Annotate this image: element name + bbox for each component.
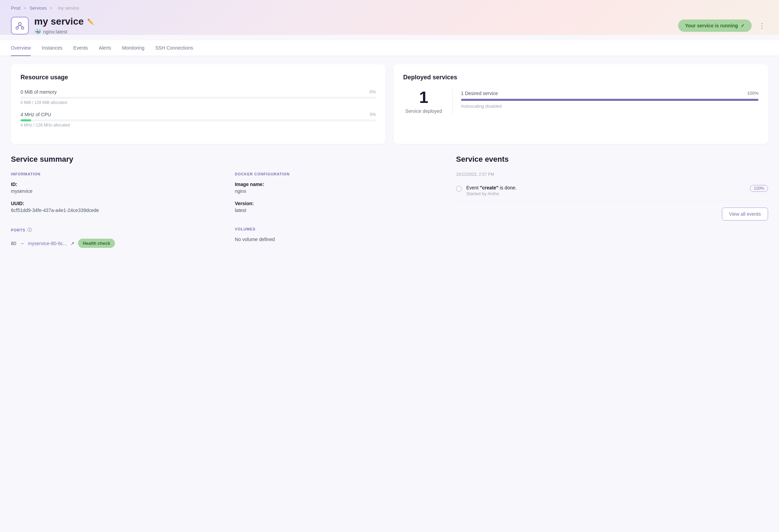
desired-progress-bar	[461, 99, 758, 101]
check-icon: ✓	[741, 23, 745, 28]
docker-label: DOCKER CONFIGURATION	[235, 172, 448, 176]
image-value: nginx	[235, 188, 448, 194]
svg-point-0	[18, 23, 21, 25]
cpu-progress-bar	[21, 119, 376, 121]
memory-pct: 0%	[369, 89, 376, 95]
breadcrumb: Prod > Services > my service	[11, 5, 768, 11]
service-subtitle: 🐳 nginx:latest	[34, 28, 94, 35]
port-link[interactable]: myservice-80-6c...	[28, 241, 67, 246]
summary-grid: INFORMATION ID: myservice UUID: 6cf51dd9…	[11, 172, 448, 248]
service-icon	[11, 17, 29, 35]
deployed-number: 1	[403, 89, 444, 106]
version-value: latest	[235, 208, 448, 213]
event-dot-icon	[456, 186, 462, 192]
event-title: Event "create" is done.	[466, 185, 746, 190]
ports-row: 80 → myservice-80-6c... ↗ Health check	[11, 239, 224, 248]
running-badge: Your service is running ✓	[678, 19, 752, 32]
memory-label: 0 MiB of memory	[21, 89, 57, 95]
service-summary-section: Service summary INFORMATION ID: myservic…	[11, 155, 448, 248]
id-label: ID:	[11, 182, 224, 187]
main-content: Resource usage 0 MiB of memory 0% 0 MiB …	[0, 56, 779, 532]
cpu-sub: 4 MHz / 128 MHz allocated	[21, 123, 376, 128]
svg-line-4	[20, 25, 23, 27]
tab-overview[interactable]: Overview	[11, 40, 31, 56]
ports-label: PORTS ⓘ	[11, 227, 224, 233]
memory-sub: 0 MiB / 128 MiB allocated	[21, 100, 376, 105]
breadcrumb-sep2: >	[50, 5, 53, 11]
service-summary-title: Service summary	[11, 155, 448, 164]
svg-point-1	[16, 27, 18, 29]
tab-ssh-connections[interactable]: SSH Connections	[155, 40, 193, 56]
uuid-field: UUID: 6cf51dd9-34fe-437a-a4e1-24ce339dce…	[11, 201, 224, 213]
top-row: Resource usage 0 MiB of memory 0% 0 MiB …	[11, 64, 768, 144]
svg-line-3	[17, 25, 20, 27]
cpu-progress-fill	[21, 119, 31, 121]
service-header-left: my service ✏️ 🐳 nginx:latest	[11, 16, 94, 35]
breadcrumb-sep1: >	[24, 5, 26, 11]
event-sub: Started by Antho	[466, 191, 746, 196]
service-image: nginx:latest	[43, 29, 67, 35]
uuid-label: UUID:	[11, 201, 224, 206]
event-action: "create"	[480, 185, 499, 190]
deployed-services-card: Deployed services 1 Service deployed 1 D…	[394, 64, 768, 144]
deployed-detail-section: 1 Desired service 100% Autoscaling disab…	[461, 89, 758, 109]
event-text-after: is done.	[499, 185, 517, 190]
autoscaling-text: Autoscaling disabled	[461, 104, 758, 109]
breadcrumb-services[interactable]: Services	[29, 5, 47, 11]
resource-usage-card: Resource usage 0 MiB of memory 0% 0 MiB …	[11, 64, 385, 144]
deployed-services-title: Deployed services	[403, 74, 758, 81]
service-title-group: my service ✏️ 🐳 nginx:latest	[34, 16, 94, 35]
cpu-label: 4 MHz of CPU	[21, 112, 51, 117]
edit-icon[interactable]: ✏️	[87, 18, 94, 25]
summary-docker-col: DOCKER CONFIGURATION Image name: nginx V…	[235, 172, 448, 248]
nav-tabs: Overview Instances Events Alerts Monitor…	[0, 40, 779, 56]
version-field: Version: latest	[235, 201, 448, 213]
deployed-services-inner: 1 Service deployed 1 Desired service 100…	[403, 89, 758, 114]
desired-progress-fill	[461, 99, 758, 101]
event-badge: 100%	[750, 185, 768, 192]
tab-alerts[interactable]: Alerts	[99, 40, 111, 56]
volumes-label: VOLUMES	[235, 227, 448, 231]
service-events-title: Service events	[456, 155, 768, 164]
view-all-events-container: View all events	[456, 208, 768, 221]
port-arrow: →	[20, 241, 25, 246]
cpu-header: 4 MHz of CPU 3%	[21, 112, 376, 117]
breadcrumb-prod[interactable]: Prod	[11, 5, 20, 11]
service-events-section: Service events 10/12/2023, 2:57 PM Event…	[456, 155, 768, 248]
more-options-button[interactable]: ⋮	[756, 19, 768, 32]
svg-point-2	[22, 27, 24, 29]
id-field: ID: myservice	[11, 182, 224, 194]
tab-monitoring[interactable]: Monitoring	[122, 40, 144, 56]
desired-label: 1 Desired service	[461, 91, 498, 96]
service-header: my service ✏️ 🐳 nginx:latest Your servic…	[11, 16, 768, 35]
event-item: Event "create" is done. Started by Antho…	[456, 181, 768, 201]
ports-info-icon[interactable]: ⓘ	[27, 227, 32, 233]
deployed-count-label: Service deployed	[403, 108, 444, 114]
event-timestamp: 10/12/2023, 2:57 PM	[456, 172, 768, 177]
version-label: Version:	[235, 201, 448, 206]
running-text: Your service is running	[685, 23, 738, 28]
id-value: myservice	[11, 188, 224, 194]
deployed-count-section: 1 Service deployed	[403, 89, 444, 114]
information-label: INFORMATION	[11, 172, 224, 176]
cpu-resource: 4 MHz of CPU 3% 4 MHz / 128 MHz allocate…	[21, 112, 376, 128]
image-label: Image name:	[235, 182, 448, 187]
service-header-right: Your service is running ✓ ⋮	[678, 19, 768, 32]
event-text-before: Event	[466, 185, 480, 190]
no-volume: No volume defined	[235, 237, 448, 242]
image-field: Image name: nginx	[235, 182, 448, 194]
volumes-col: VOLUMES No volume defined	[235, 220, 448, 242]
cpu-pct: 3%	[369, 112, 376, 117]
memory-progress-bar	[21, 97, 376, 99]
view-all-events-button[interactable]: View all events	[722, 208, 768, 221]
desired-header: 1 Desired service 100%	[461, 91, 758, 96]
tab-events[interactable]: Events	[73, 40, 88, 56]
health-check-button[interactable]: Health check	[78, 239, 115, 248]
breadcrumb-current: my service	[58, 5, 79, 11]
service-name: my service ✏️	[34, 16, 94, 27]
header-area: Prod > Services > my service my service	[0, 0, 779, 35]
port-number: 80	[11, 241, 16, 246]
divider	[452, 89, 453, 114]
resource-usage-title: Resource usage	[21, 74, 376, 81]
tab-instances[interactable]: Instances	[42, 40, 62, 56]
